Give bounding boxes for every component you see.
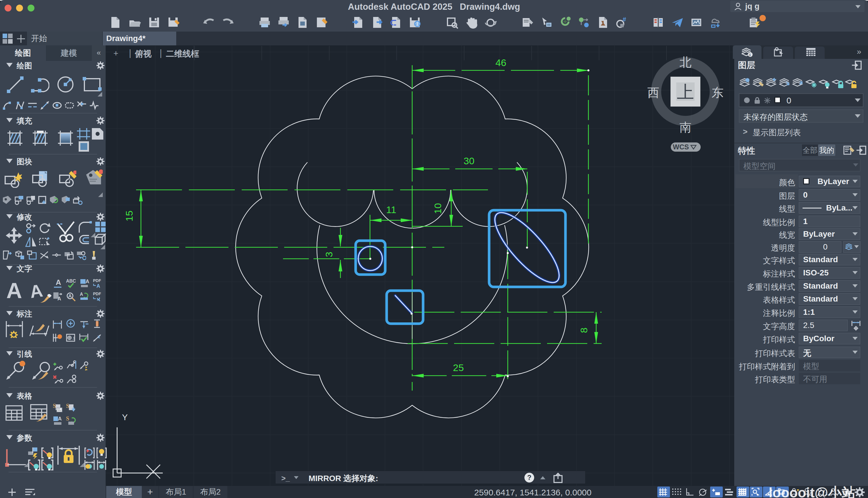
svg-text:30: 30	[464, 155, 474, 166]
svg-text:丨: 丨	[126, 49, 135, 59]
svg-text:PDF: PDF	[93, 292, 101, 296]
svg-text:i: i	[749, 53, 750, 57]
svg-text:上: 上	[677, 83, 694, 102]
svg-text:8: 8	[578, 328, 589, 333]
svg-text:A: A	[58, 416, 62, 422]
svg-text:46: 46	[496, 57, 506, 68]
svg-text:A: A	[96, 283, 100, 288]
svg-text:11: 11	[386, 204, 396, 215]
svg-text:25: 25	[453, 362, 464, 373]
svg-text:ABC: ABC	[66, 278, 76, 284]
svg-text:A: A	[68, 293, 72, 298]
svg-text:南: 南	[679, 121, 691, 134]
svg-text:x: x	[98, 334, 100, 339]
svg-text:A: A	[56, 278, 61, 287]
svg-text:A: A	[80, 292, 83, 297]
svg-text:15: 15	[124, 210, 135, 221]
svg-text:俯视: 俯视	[135, 49, 151, 58]
svg-text:10: 10	[432, 203, 443, 214]
svg-text:丨: 丨	[157, 49, 166, 59]
svg-text:PDF: PDF	[93, 278, 101, 283]
svg-text:3: 3	[324, 252, 335, 257]
svg-text:A: A	[85, 278, 89, 284]
svg-text:WCS: WCS	[673, 143, 689, 151]
svg-text:东: 东	[711, 86, 724, 100]
svg-text:.1: .1	[72, 336, 75, 340]
svg-text:S: S	[53, 403, 56, 409]
svg-text:S: S	[66, 403, 69, 409]
svg-text:北: 北	[679, 56, 691, 69]
svg-text:西: 西	[647, 86, 659, 100]
svg-text:+: +	[113, 49, 119, 58]
svg-text:S: S	[66, 416, 69, 422]
svg-text:#: #	[623, 16, 626, 23]
svg-text:Y: Y	[122, 412, 128, 422]
svg-text:A: A	[57, 296, 61, 302]
